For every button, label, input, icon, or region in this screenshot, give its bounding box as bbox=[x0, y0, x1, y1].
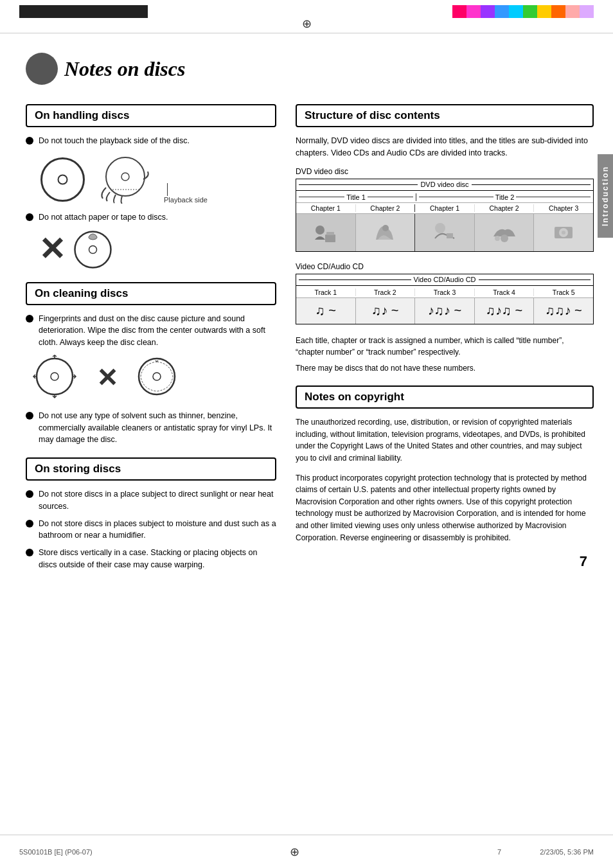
playback-label-area: Playback side bbox=[164, 183, 208, 204]
thumb3-svg bbox=[432, 220, 457, 245]
dvd-ch2: Chapter 2 bbox=[356, 204, 416, 212]
dvd-title2: Title 2 bbox=[416, 193, 591, 201]
dvd-header-text: DVD video disc bbox=[420, 181, 468, 188]
svg-rect-16 bbox=[447, 233, 453, 238]
color-seg-5 bbox=[509, 5, 523, 18]
handling-bullet-2: Do not attach paper or tape to discs. bbox=[26, 211, 276, 224]
dvd-thumb-3 bbox=[415, 214, 475, 251]
structure-description: Normally, DVD video discs are divided in… bbox=[296, 135, 594, 159]
handling-illustration-2: ✕ bbox=[39, 229, 276, 270]
color-seg-7 bbox=[537, 5, 551, 18]
vcd-music-row: ♫ ~ ♫♪ ~ ♪♫♪ ~ ♫♪♫ ~ ♫♫♪ ~ bbox=[296, 298, 593, 324]
svg-point-0 bbox=[42, 158, 84, 200]
dvd-diagram: DVD video disc DVD video disc bbox=[296, 167, 594, 252]
footer-center: 7 bbox=[497, 848, 501, 856]
structure-content: Normally, DVD video discs are divided in… bbox=[296, 135, 594, 544]
color-seg-6 bbox=[523, 5, 537, 18]
footer-left: 5S00101B [E] (P06-07) bbox=[19, 848, 93, 856]
vcd-diagram-box: Video CD/Audio CD Track 1 Track 2 Track … bbox=[296, 274, 594, 324]
dvd-ch4: Chapter 2 bbox=[475, 204, 535, 212]
bullet-dot-icon-2 bbox=[26, 213, 33, 221]
copyright-section-header: Notes on copyright bbox=[296, 385, 594, 409]
vcd-music-1: ♫ ~ bbox=[296, 298, 356, 324]
handling-section-header: On handling discs bbox=[26, 104, 276, 127]
dvd-thumb-2 bbox=[356, 214, 416, 251]
vcd-diagram-label: Video CD/Audio CD bbox=[296, 262, 594, 271]
color-seg-2 bbox=[466, 5, 481, 18]
cleaning-section-header: On cleaning discs bbox=[26, 282, 276, 305]
color-seg-3 bbox=[481, 5, 495, 18]
right-column: Structure of disc contents Normally, DVD… bbox=[296, 104, 594, 583]
cross-mark-icon-2: ✕ bbox=[96, 365, 118, 391]
top-bar-color-decoration bbox=[452, 5, 594, 18]
svg-point-18 bbox=[495, 236, 500, 241]
copyright-para2: This product incorporates copyright prot… bbox=[296, 472, 594, 544]
dvd-ch1: Chapter 1 bbox=[296, 204, 356, 212]
handling-bullet-1-text: Do not touch the playback side of the di… bbox=[39, 135, 190, 147]
dvd-header-bar: DVD video disc bbox=[296, 179, 593, 191]
svg-rect-13 bbox=[326, 232, 334, 235]
title-circle-decoration bbox=[26, 53, 58, 85]
page-title: Notes on discs bbox=[64, 57, 185, 81]
vcd-header-text: Video CD/Audio CD bbox=[414, 276, 476, 283]
dvd-thumb-5 bbox=[534, 214, 593, 251]
dvd-diagram-label: DVD video disc bbox=[296, 167, 594, 176]
vcd-header-line-right bbox=[479, 279, 591, 280]
vcd-track2: Track 2 bbox=[356, 288, 416, 296]
svg-point-14 bbox=[382, 225, 389, 231]
vcd-track1: Track 1 bbox=[296, 288, 356, 296]
dvd-title1: Title 1 bbox=[299, 193, 416, 201]
header-line-right bbox=[472, 184, 591, 185]
left-column: On handling discs Do not touch the playb… bbox=[26, 104, 276, 583]
vcd-header-bar: Video CD/Audio CD bbox=[296, 274, 593, 286]
copyright-para1: The unauthorized recording, use, distrib… bbox=[296, 416, 594, 464]
cleaning-bad-svg bbox=[131, 354, 182, 402]
color-seg-1 bbox=[452, 5, 466, 18]
title2-left-line bbox=[419, 197, 493, 197]
vcd-diagram: Video CD/Audio CD Video CD/Audio CD Trac… bbox=[296, 262, 594, 324]
cross-mark-icon: ✕ bbox=[39, 233, 66, 265]
top-bar: ⊕ bbox=[0, 0, 613, 33]
vcd-track5: Track 5 bbox=[534, 288, 593, 296]
svg-point-10 bbox=[153, 373, 161, 380]
svg-point-1 bbox=[58, 175, 67, 184]
two-column-layout: On handling discs Do not touch the playb… bbox=[26, 104, 594, 583]
structure-description3: There may be discs that do not have thes… bbox=[296, 362, 594, 375]
handling-bullet-2-text: Do not attach paper or tape to discs. bbox=[39, 211, 168, 224]
color-seg-4 bbox=[495, 5, 509, 18]
svg-point-11 bbox=[315, 226, 324, 235]
bullet-dot-icon-7 bbox=[26, 549, 33, 556]
vcd-music-3: ♪♫♪ ~ bbox=[415, 298, 475, 324]
top-bar-black-decoration bbox=[19, 5, 148, 18]
cleaning-good-svg bbox=[32, 354, 84, 402]
storing-section-header: On storing discs bbox=[26, 457, 276, 481]
bottom-bar: 5S00101B [E] (P06-07) ⊕ 7 2/23/05, 5:36 … bbox=[0, 835, 613, 868]
vcd-track4: Track 4 bbox=[475, 288, 535, 296]
storing-bullet-3: Store discs vertically in a case. Stacki… bbox=[26, 547, 276, 571]
thumb5-svg bbox=[551, 220, 576, 245]
structure-title: Structure of disc contents bbox=[305, 109, 585, 122]
dvd-title2-label: Title 2 bbox=[495, 193, 515, 201]
dvd-thumb-1 bbox=[296, 214, 356, 251]
cleaning-bullet-2-text: Do not use any type of solvent such as t… bbox=[39, 410, 276, 446]
svg-point-3 bbox=[121, 173, 129, 181]
thumb1-svg bbox=[314, 220, 338, 245]
top-crosshair: ⊕ bbox=[302, 17, 312, 31]
storing-bullet-1: Do not store discs in a place subject to… bbox=[26, 488, 276, 513]
handling-title: On handling discs bbox=[35, 109, 267, 122]
dvd-chapters-row: Chapter 1 Chapter 2 Chapter 1 Chapter 2 … bbox=[296, 203, 593, 214]
svg-rect-12 bbox=[325, 235, 335, 242]
cleaning-title: On cleaning discs bbox=[35, 287, 267, 300]
copyright-content: The unauthorized recording, use, distrib… bbox=[296, 416, 594, 544]
cleaning-bullet-2: Do not use any type of solvent such as t… bbox=[26, 410, 276, 446]
thumb2-svg bbox=[373, 220, 397, 245]
structure-section-header: Structure of disc contents bbox=[296, 104, 594, 127]
color-seg-10 bbox=[580, 5, 594, 18]
thumb4-svg bbox=[492, 220, 517, 245]
svg-point-15 bbox=[435, 223, 445, 233]
dvd-titles-row: Title 1 Title 2 bbox=[296, 192, 593, 203]
page-content: Notes on discs On handling discs Do not … bbox=[0, 33, 613, 608]
dvd-thumbnails bbox=[296, 214, 593, 251]
dvd-ch5: Chapter 3 bbox=[534, 204, 593, 212]
vcd-header-line-left bbox=[299, 279, 411, 280]
